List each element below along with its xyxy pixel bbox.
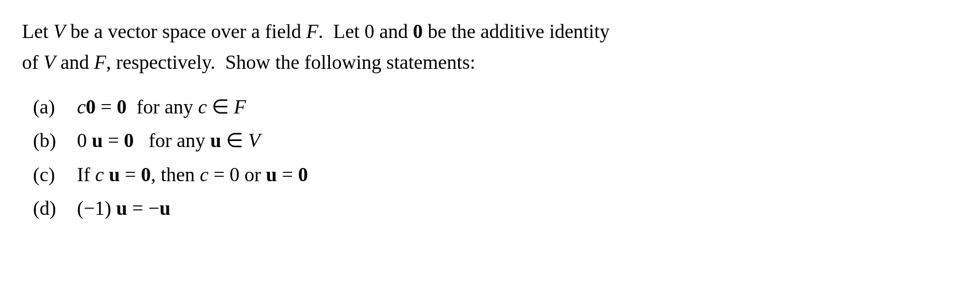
content-a: c0 = 0 for any c ∈ F [77,91,246,123]
label-d: (d) [33,193,77,225]
intro-text: Let V be a vector space over a field F. … [22,17,610,78]
statement-b: (b) 0 u = 0 for any u ∈ V [33,125,610,157]
intro-line2: of V and F, respectively. Show the follo… [22,51,476,73]
content-d: (−1) u = −u [77,193,170,225]
statement-c: (c) If c u = 0, then c = 0 or u = 0 [33,159,610,191]
intro-line1: Let V be a vector space over a field F. … [22,20,610,42]
statements-list: (a) c0 = 0 for any c ∈ F (b) 0 u = 0 for… [22,91,610,225]
main-content: Let V be a vector space over a field F. … [22,17,610,225]
statement-a: (a) c0 = 0 for any c ∈ F [33,91,610,123]
label-a: (a) [33,91,77,123]
content-b: 0 u = 0 for any u ∈ V [77,125,260,157]
content-c: If c u = 0, then c = 0 or u = 0 [77,159,308,191]
statement-d: (d) (−1) u = −u [33,193,610,225]
label-b: (b) [33,125,77,157]
label-c: (c) [33,159,77,191]
